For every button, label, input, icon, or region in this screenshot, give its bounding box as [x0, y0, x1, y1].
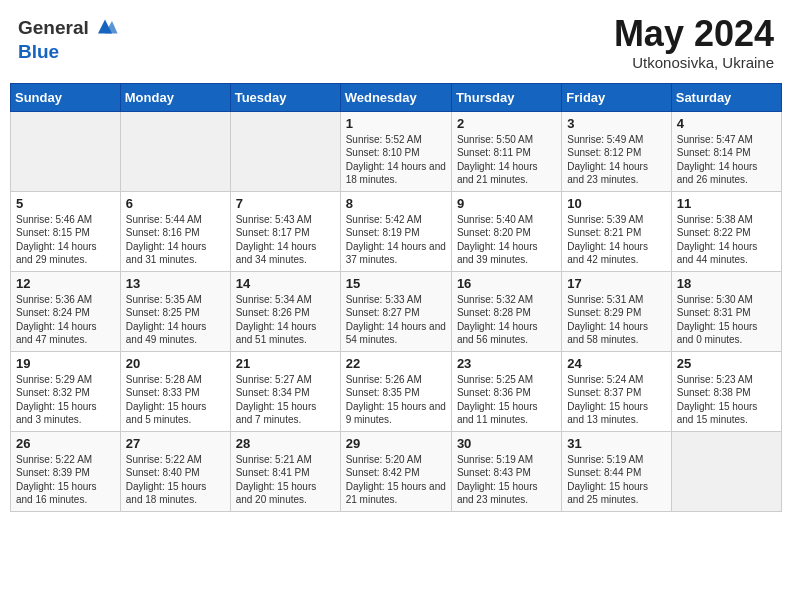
table-row: 4Sunrise: 5:47 AMSunset: 8:14 PMDaylight…	[671, 111, 781, 191]
table-row: 1Sunrise: 5:52 AMSunset: 8:10 PMDaylight…	[340, 111, 451, 191]
day-number: 3	[567, 116, 665, 131]
day-number: 2	[457, 116, 556, 131]
day-number: 5	[16, 196, 115, 211]
logo-icon	[91, 14, 119, 42]
table-row: 18Sunrise: 5:30 AMSunset: 8:31 PMDayligh…	[671, 271, 781, 351]
table-row: 15Sunrise: 5:33 AMSunset: 8:27 PMDayligh…	[340, 271, 451, 351]
table-row: 5Sunrise: 5:46 AMSunset: 8:15 PMDaylight…	[11, 191, 121, 271]
header-thursday: Thursday	[451, 83, 561, 111]
table-row: 2Sunrise: 5:50 AMSunset: 8:11 PMDaylight…	[451, 111, 561, 191]
day-number: 19	[16, 356, 115, 371]
calendar-week-row: 12Sunrise: 5:36 AMSunset: 8:24 PMDayligh…	[11, 271, 782, 351]
day-info: Sunrise: 5:42 AMSunset: 8:19 PMDaylight:…	[346, 213, 446, 267]
day-info: Sunrise: 5:31 AMSunset: 8:29 PMDaylight:…	[567, 293, 665, 347]
table-row	[230, 111, 340, 191]
calendar-week-row: 26Sunrise: 5:22 AMSunset: 8:39 PMDayligh…	[11, 431, 782, 511]
day-info: Sunrise: 5:19 AMSunset: 8:44 PMDaylight:…	[567, 453, 665, 507]
calendar-week-row: 19Sunrise: 5:29 AMSunset: 8:32 PMDayligh…	[11, 351, 782, 431]
table-row	[120, 111, 230, 191]
header-monday: Monday	[120, 83, 230, 111]
header-sunday: Sunday	[11, 83, 121, 111]
table-row: 8Sunrise: 5:42 AMSunset: 8:19 PMDaylight…	[340, 191, 451, 271]
location: Utkonosivka, Ukraine	[614, 54, 774, 71]
table-row: 14Sunrise: 5:34 AMSunset: 8:26 PMDayligh…	[230, 271, 340, 351]
table-row: 7Sunrise: 5:43 AMSunset: 8:17 PMDaylight…	[230, 191, 340, 271]
day-number: 27	[126, 436, 225, 451]
day-info: Sunrise: 5:27 AMSunset: 8:34 PMDaylight:…	[236, 373, 335, 427]
page-header: General Blue May 2024 Utkonosivka, Ukrai…	[10, 10, 782, 75]
table-row: 28Sunrise: 5:21 AMSunset: 8:41 PMDayligh…	[230, 431, 340, 511]
day-number: 31	[567, 436, 665, 451]
day-info: Sunrise: 5:26 AMSunset: 8:35 PMDaylight:…	[346, 373, 446, 427]
day-number: 21	[236, 356, 335, 371]
day-number: 4	[677, 116, 776, 131]
day-info: Sunrise: 5:46 AMSunset: 8:15 PMDaylight:…	[16, 213, 115, 267]
day-info: Sunrise: 5:33 AMSunset: 8:27 PMDaylight:…	[346, 293, 446, 347]
day-info: Sunrise: 5:19 AMSunset: 8:43 PMDaylight:…	[457, 453, 556, 507]
table-row: 17Sunrise: 5:31 AMSunset: 8:29 PMDayligh…	[562, 271, 671, 351]
logo-general: General	[18, 17, 89, 38]
day-info: Sunrise: 5:36 AMSunset: 8:24 PMDaylight:…	[16, 293, 115, 347]
table-row: 25Sunrise: 5:23 AMSunset: 8:38 PMDayligh…	[671, 351, 781, 431]
table-row: 23Sunrise: 5:25 AMSunset: 8:36 PMDayligh…	[451, 351, 561, 431]
table-row: 12Sunrise: 5:36 AMSunset: 8:24 PMDayligh…	[11, 271, 121, 351]
day-number: 26	[16, 436, 115, 451]
day-number: 28	[236, 436, 335, 451]
header-saturday: Saturday	[671, 83, 781, 111]
day-number: 11	[677, 196, 776, 211]
day-info: Sunrise: 5:50 AMSunset: 8:11 PMDaylight:…	[457, 133, 556, 187]
day-info: Sunrise: 5:30 AMSunset: 8:31 PMDaylight:…	[677, 293, 776, 347]
day-info: Sunrise: 5:40 AMSunset: 8:20 PMDaylight:…	[457, 213, 556, 267]
day-number: 7	[236, 196, 335, 211]
day-number: 14	[236, 276, 335, 291]
day-number: 23	[457, 356, 556, 371]
day-number: 15	[346, 276, 446, 291]
month-title: May 2024	[614, 14, 774, 54]
day-number: 13	[126, 276, 225, 291]
table-row: 30Sunrise: 5:19 AMSunset: 8:43 PMDayligh…	[451, 431, 561, 511]
day-number: 20	[126, 356, 225, 371]
table-row	[671, 431, 781, 511]
day-info: Sunrise: 5:23 AMSunset: 8:38 PMDaylight:…	[677, 373, 776, 427]
calendar-header-row: Sunday Monday Tuesday Wednesday Thursday…	[11, 83, 782, 111]
table-row: 3Sunrise: 5:49 AMSunset: 8:12 PMDaylight…	[562, 111, 671, 191]
day-number: 1	[346, 116, 446, 131]
day-info: Sunrise: 5:32 AMSunset: 8:28 PMDaylight:…	[457, 293, 556, 347]
day-info: Sunrise: 5:22 AMSunset: 8:39 PMDaylight:…	[16, 453, 115, 507]
day-number: 22	[346, 356, 446, 371]
table-row: 6Sunrise: 5:44 AMSunset: 8:16 PMDaylight…	[120, 191, 230, 271]
day-info: Sunrise: 5:24 AMSunset: 8:37 PMDaylight:…	[567, 373, 665, 427]
day-number: 8	[346, 196, 446, 211]
table-row: 16Sunrise: 5:32 AMSunset: 8:28 PMDayligh…	[451, 271, 561, 351]
day-number: 18	[677, 276, 776, 291]
table-row	[11, 111, 121, 191]
day-number: 16	[457, 276, 556, 291]
header-friday: Friday	[562, 83, 671, 111]
table-row: 29Sunrise: 5:20 AMSunset: 8:42 PMDayligh…	[340, 431, 451, 511]
day-number: 6	[126, 196, 225, 211]
table-row: 24Sunrise: 5:24 AMSunset: 8:37 PMDayligh…	[562, 351, 671, 431]
day-number: 17	[567, 276, 665, 291]
title-block: May 2024 Utkonosivka, Ukraine	[614, 14, 774, 71]
day-number: 10	[567, 196, 665, 211]
day-info: Sunrise: 5:49 AMSunset: 8:12 PMDaylight:…	[567, 133, 665, 187]
day-info: Sunrise: 5:25 AMSunset: 8:36 PMDaylight:…	[457, 373, 556, 427]
table-row: 21Sunrise: 5:27 AMSunset: 8:34 PMDayligh…	[230, 351, 340, 431]
day-info: Sunrise: 5:35 AMSunset: 8:25 PMDaylight:…	[126, 293, 225, 347]
header-wednesday: Wednesday	[340, 83, 451, 111]
day-number: 25	[677, 356, 776, 371]
table-row: 19Sunrise: 5:29 AMSunset: 8:32 PMDayligh…	[11, 351, 121, 431]
day-info: Sunrise: 5:38 AMSunset: 8:22 PMDaylight:…	[677, 213, 776, 267]
day-number: 30	[457, 436, 556, 451]
day-info: Sunrise: 5:22 AMSunset: 8:40 PMDaylight:…	[126, 453, 225, 507]
table-row: 13Sunrise: 5:35 AMSunset: 8:25 PMDayligh…	[120, 271, 230, 351]
table-row: 9Sunrise: 5:40 AMSunset: 8:20 PMDaylight…	[451, 191, 561, 271]
day-number: 9	[457, 196, 556, 211]
table-row: 22Sunrise: 5:26 AMSunset: 8:35 PMDayligh…	[340, 351, 451, 431]
day-info: Sunrise: 5:43 AMSunset: 8:17 PMDaylight:…	[236, 213, 335, 267]
day-info: Sunrise: 5:28 AMSunset: 8:33 PMDaylight:…	[126, 373, 225, 427]
table-row: 11Sunrise: 5:38 AMSunset: 8:22 PMDayligh…	[671, 191, 781, 271]
table-row: 10Sunrise: 5:39 AMSunset: 8:21 PMDayligh…	[562, 191, 671, 271]
table-row: 27Sunrise: 5:22 AMSunset: 8:40 PMDayligh…	[120, 431, 230, 511]
header-tuesday: Tuesday	[230, 83, 340, 111]
